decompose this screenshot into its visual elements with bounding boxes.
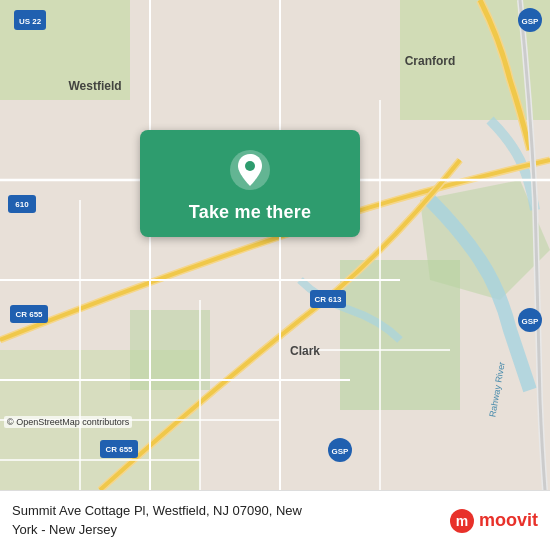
svg-point-39	[245, 161, 255, 171]
svg-text:Clark: Clark	[290, 344, 320, 358]
svg-text:GSP: GSP	[522, 317, 540, 326]
moovit-logo: m moovit	[449, 508, 538, 534]
take-me-there-label: Take me there	[189, 202, 311, 223]
svg-text:CR 655: CR 655	[15, 310, 43, 319]
take-me-there-button[interactable]: Take me there	[140, 130, 360, 237]
svg-text:GSP: GSP	[522, 17, 540, 26]
svg-text:Cranford: Cranford	[405, 54, 456, 68]
address-text: Summit Ave Cottage Pl, Westfield, NJ 070…	[12, 502, 437, 538]
svg-text:CR 655: CR 655	[105, 445, 133, 454]
map-attribution: © OpenStreetMap contributors	[4, 416, 132, 428]
moovit-logo-icon: m	[449, 508, 475, 534]
svg-text:m: m	[456, 513, 468, 529]
location-pin-icon	[228, 148, 272, 192]
svg-rect-6	[130, 310, 210, 390]
moovit-logo-text: moovit	[479, 510, 538, 531]
svg-text:US 22: US 22	[19, 17, 42, 26]
svg-text:610: 610	[15, 200, 29, 209]
bottom-bar: Summit Ave Cottage Pl, Westfield, NJ 070…	[0, 490, 550, 550]
svg-text:GSP: GSP	[332, 447, 350, 456]
svg-text:CR 613: CR 613	[314, 295, 342, 304]
map-container: US 22 GSP GSP GSP 610 CR 613 CR 655 CR 6…	[0, 0, 550, 490]
svg-text:Westfield: Westfield	[68, 79, 121, 93]
